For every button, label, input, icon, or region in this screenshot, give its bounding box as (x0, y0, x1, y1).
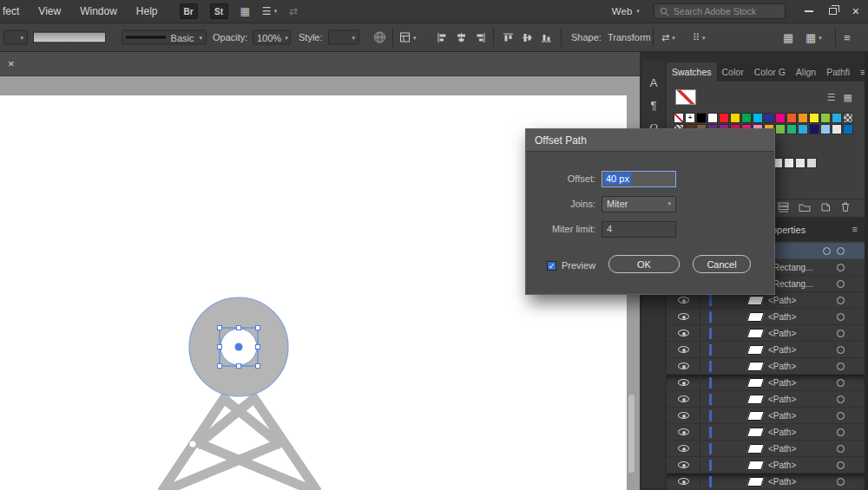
center-dot[interactable] (235, 343, 243, 351)
swatch[interactable] (707, 113, 718, 123)
miter-limit-input[interactable]: 4 (602, 221, 676, 238)
select-similar-icon[interactable]: ⠿▾ (693, 32, 706, 43)
visibility-eye-icon[interactable] (678, 428, 689, 435)
layer-row[interactable]: <Path> (667, 441, 865, 457)
panel-layout-icon[interactable]: ▦▾ (806, 31, 822, 44)
menu-item-help[interactable]: Help (127, 5, 168, 17)
visibility-eye-icon[interactable] (678, 363, 689, 369)
layer-row[interactable]: <Path> (667, 342, 865, 358)
layer-thumbnail[interactable] (746, 362, 765, 371)
visibility-eye-icon[interactable] (678, 412, 689, 419)
target-circle-icon[interactable] (837, 379, 845, 387)
align-right-icon[interactable] (474, 31, 486, 43)
target-circle-icon[interactable] (837, 363, 845, 370)
layer-row[interactable]: <Path> (667, 424, 865, 441)
search-input[interactable]: Search Adobe Stock (654, 3, 786, 19)
swatch[interactable] (795, 158, 806, 168)
layer-thumbnail[interactable] (746, 345, 765, 355)
brush-definition-dropdown[interactable]: Basic ▾ (122, 30, 207, 45)
tab-align[interactable]: Align (791, 62, 821, 82)
swatch[interactable] (696, 113, 707, 123)
swatch[interactable]: + (685, 113, 695, 123)
tab-pathfinder[interactable]: Pathfi (821, 62, 855, 82)
target-circle-icon[interactable] (837, 346, 845, 354)
swatch[interactable] (798, 124, 808, 134)
target-circle-icon[interactable] (837, 247, 845, 255)
layer-name[interactable]: <Path> (768, 395, 796, 404)
layer-thumbnail[interactable] (746, 428, 765, 437)
target-circle-icon[interactable] (837, 280, 845, 288)
visibility-eye-icon[interactable] (678, 395, 689, 402)
layer-name[interactable]: <Path> (768, 312, 796, 322)
new-swatch-icon[interactable] (820, 200, 831, 216)
layer-row[interactable]: <Path> (667, 375, 865, 391)
swatch[interactable] (775, 124, 786, 134)
grid-view-icon[interactable]: ▦ (844, 92, 852, 103)
menu-item-effect[interactable]: fect (0, 5, 29, 17)
libraries-icon[interactable] (778, 200, 789, 216)
layer-name[interactable]: <Path> (768, 428, 796, 437)
swatch[interactable] (786, 124, 797, 134)
paragraph-panel-icon[interactable]: ¶ (642, 94, 665, 116)
layer-thumbnail[interactable] (746, 329, 765, 338)
layer-row[interactable]: <Path> (667, 309, 865, 325)
swatch[interactable] (832, 113, 842, 123)
swatch[interactable] (820, 124, 831, 134)
swatch[interactable] (809, 113, 819, 123)
target-circle-icon[interactable] (837, 264, 845, 271)
layer-name[interactable]: <Path> (768, 477, 796, 487)
layer-thumbnail[interactable] (746, 395, 765, 404)
align-top-icon[interactable] (502, 31, 514, 43)
layer-row[interactable]: <Path> (667, 391, 865, 408)
target-circle-icon[interactable] (823, 247, 831, 255)
layer-row[interactable]: <Path> (667, 457, 865, 474)
target-circle-icon[interactable] (837, 412, 845, 420)
align-center-icon[interactable] (455, 31, 467, 43)
layer-row[interactable]: <Path> (667, 325, 865, 342)
swatch-group-folder-icon[interactable] (799, 200, 811, 216)
layer-name[interactable]: <Path> (768, 444, 796, 454)
layer-row[interactable]: <Path> (667, 408, 865, 424)
layer-thumbnail[interactable] (746, 296, 765, 305)
target-circle-icon[interactable] (837, 445, 845, 453)
swatch[interactable] (784, 158, 794, 168)
joins-select[interactable]: Miter ▾ (602, 196, 676, 212)
target-circle-icon[interactable] (837, 428, 845, 436)
layer-thumbnail[interactable] (746, 411, 765, 421)
swatch[interactable] (741, 113, 752, 123)
tab-swatches[interactable]: Swatches (667, 62, 717, 82)
variable-width-dropdown[interactable]: ▾ (3, 30, 28, 45)
visibility-eye-icon[interactable] (678, 461, 689, 468)
document-setup-globe-icon[interactable] (373, 31, 386, 44)
layer-name[interactable]: <Path> (768, 329, 796, 338)
target-circle-icon[interactable] (837, 330, 845, 337)
align-left-icon[interactable] (436, 31, 448, 43)
layer-row[interactable]: <Path> (667, 474, 865, 490)
swatch[interactable] (798, 113, 808, 123)
target-circle-icon[interactable] (837, 478, 845, 486)
arrange-grid-icon[interactable]: ▦ (783, 31, 793, 44)
target-circle-icon[interactable] (837, 461, 845, 469)
transform-link[interactable]: Transform (608, 32, 651, 42)
arrange-documents-icon[interactable]: ▦ (240, 5, 250, 17)
document-grid-icon[interactable]: ▾ (399, 32, 417, 43)
layer-name[interactable]: <Path> (768, 461, 796, 470)
visibility-eye-icon[interactable] (678, 313, 689, 320)
swatch[interactable] (806, 158, 817, 168)
layer-thumbnail[interactable] (746, 444, 765, 454)
control-bar-menu-icon[interactable]: ≡ (844, 31, 851, 44)
tab-close-icon[interactable]: × (8, 57, 15, 70)
delete-swatch-trash-icon[interactable] (840, 200, 851, 216)
visibility-eye-icon[interactable] (678, 330, 689, 336)
share-icon[interactable]: ⇄ (289, 5, 298, 17)
bridge-icon[interactable]: Br (180, 3, 198, 19)
swatch[interactable] (764, 113, 774, 123)
visibility-eye-icon[interactable] (678, 478, 689, 485)
target-circle-icon[interactable] (837, 395, 845, 403)
ok-button[interactable]: OK (608, 255, 680, 273)
visibility-eye-icon[interactable] (678, 379, 689, 386)
list-view-icon[interactable]: ☰ (827, 92, 836, 103)
target-circle-icon[interactable] (837, 313, 845, 321)
layer-name[interactable]: <Path> (768, 411, 796, 421)
stock-icon[interactable]: St (210, 3, 228, 19)
